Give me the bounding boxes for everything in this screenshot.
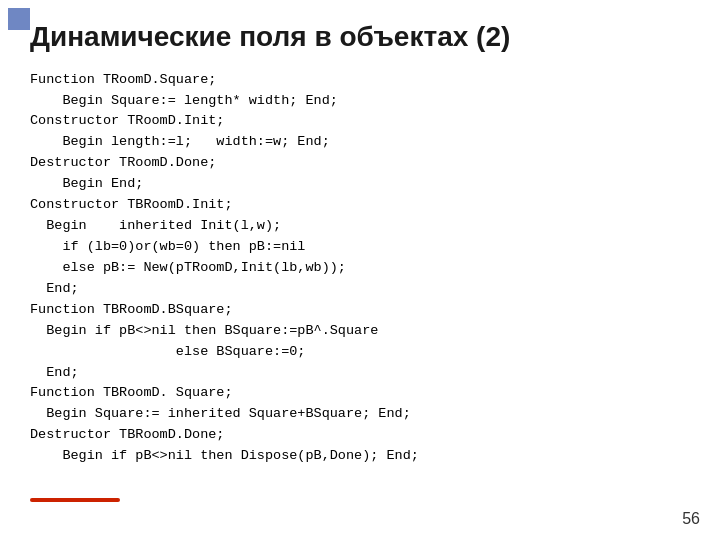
decorative-square: [8, 8, 30, 30]
underline-decoration: [30, 498, 120, 502]
slide-container: Динамические поля в объектах (2) Functio…: [0, 0, 720, 540]
slide-number: 56: [682, 510, 700, 528]
slide-title: Динамические поля в объектах (2): [30, 20, 690, 54]
code-block: Function TRoomD.Square; Begin Square:= l…: [30, 70, 690, 468]
